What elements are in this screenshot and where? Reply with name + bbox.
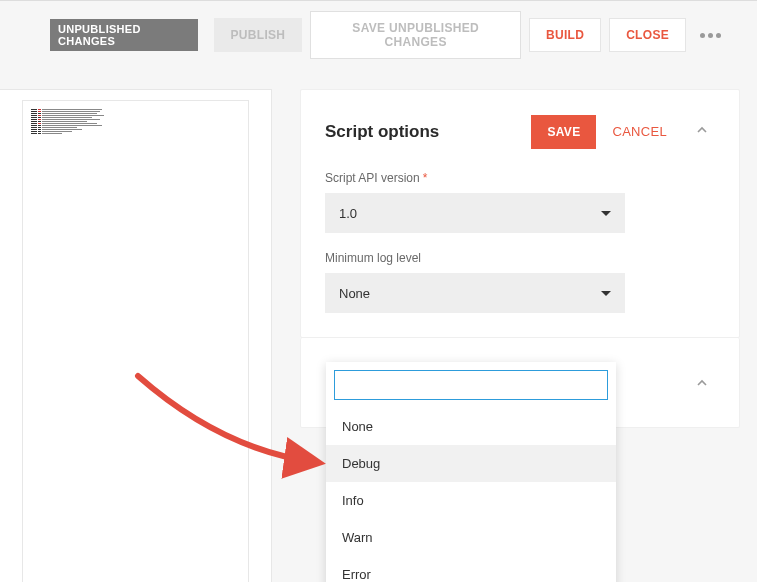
- cancel-button[interactable]: CANCEL: [596, 114, 683, 149]
- log-level-group: Minimum log level None: [325, 251, 625, 313]
- chevron-up-icon: [695, 376, 709, 390]
- caret-down-icon: [601, 211, 611, 216]
- dropdown-option[interactable]: Info: [326, 482, 616, 519]
- save-unpublished-button[interactable]: SAVE UNPUBLISHED CHANGES: [310, 11, 521, 59]
- more-menu-button[interactable]: [694, 27, 727, 44]
- publish-button[interactable]: PUBLISH: [214, 18, 303, 52]
- dropdown-search-input[interactable]: [334, 370, 608, 400]
- document-preview[interactable]: [22, 100, 249, 582]
- dropdown-option[interactable]: None: [326, 408, 616, 445]
- card-title: Script options: [325, 122, 531, 142]
- save-button[interactable]: SAVE: [531, 115, 596, 149]
- log-level-dropdown: NoneDebugInfoWarnError: [326, 362, 616, 582]
- dropdown-option[interactable]: Debug: [326, 445, 616, 482]
- log-level-label: Minimum log level: [325, 251, 625, 265]
- api-version-value: 1.0: [339, 206, 357, 221]
- build-button[interactable]: BUILD: [529, 18, 601, 52]
- preview-content-placeholder: [31, 109, 111, 149]
- api-version-group: Script API version* 1.0: [325, 171, 625, 233]
- unpublished-changes-badge: UNPUBLISHED CHANGES: [50, 19, 198, 51]
- toolbar: UNPUBLISHED CHANGES PUBLISH SAVE UNPUBLI…: [0, 1, 757, 69]
- api-version-select[interactable]: 1.0: [325, 193, 625, 233]
- log-level-value: None: [339, 286, 370, 301]
- collapse-toggle[interactable]: [689, 117, 715, 146]
- dropdown-list: NoneDebugInfoWarnError: [326, 408, 616, 582]
- script-options-card: Script options SAVE CANCEL Script API ve…: [300, 89, 740, 338]
- card-header: Script options SAVE CANCEL: [325, 114, 715, 149]
- chevron-up-icon: [695, 123, 709, 137]
- dropdown-option[interactable]: Warn: [326, 519, 616, 556]
- preview-panel: [0, 89, 272, 582]
- collapse-toggle[interactable]: [689, 370, 715, 399]
- close-button[interactable]: CLOSE: [609, 18, 686, 52]
- content-area: Script options SAVE CANCEL Script API ve…: [0, 69, 757, 582]
- required-asterisk: *: [423, 171, 428, 185]
- api-version-label-text: Script API version: [325, 171, 420, 185]
- log-level-select[interactable]: None: [325, 273, 625, 313]
- dropdown-option[interactable]: Error: [326, 556, 616, 582]
- api-version-label: Script API version*: [325, 171, 625, 185]
- caret-down-icon: [601, 291, 611, 296]
